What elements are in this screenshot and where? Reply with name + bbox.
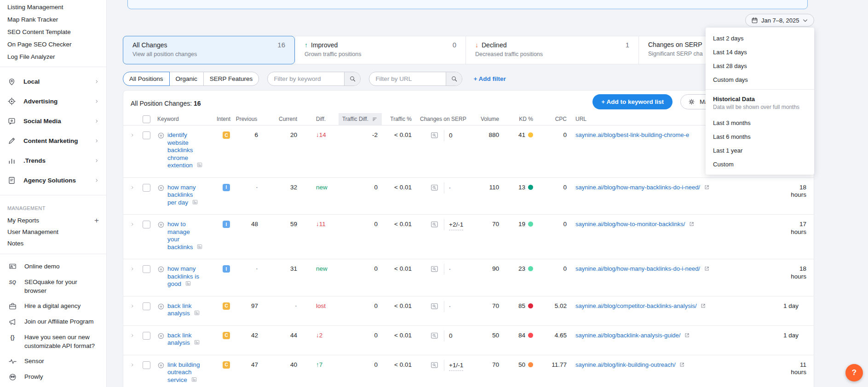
tab-all-positions[interactable]: All Positions <box>123 72 170 86</box>
keyword-link[interactable]: link building outreach service <box>167 361 203 384</box>
serp-preview-icon[interactable] <box>430 184 439 194</box>
serp-snapshot-icon[interactable] <box>191 377 197 382</box>
sidebar-item-prowly[interactable]: Prowly <box>0 369 106 385</box>
sidebar-item-advertising[interactable]: Advertising <box>0 91 106 111</box>
row-checkbox[interactable] <box>143 361 150 369</box>
serp-snapshot-icon[interactable] <box>185 281 191 286</box>
sidebar-item-trends[interactable]: .Trends <box>0 151 106 171</box>
column-diff[interactable]: Diff. <box>297 113 339 125</box>
add-filter-button[interactable]: + Add filter <box>473 75 506 82</box>
row-checkbox[interactable] <box>143 131 150 139</box>
sidebar-item-social-media[interactable]: Social Media <box>0 111 106 131</box>
url-link[interactable]: saynine.ai/blog/how-many-backlinks-do-i-… <box>575 265 709 272</box>
expand-chevron-icon[interactable] <box>131 265 134 272</box>
row-checkbox[interactable] <box>143 302 150 310</box>
column-keyword[interactable]: Keyword <box>157 113 217 125</box>
serp-snapshot-icon[interactable] <box>196 162 203 168</box>
expand-chevron-icon[interactable] <box>131 332 134 338</box>
keyword-link[interactable]: back link analysis <box>167 332 203 347</box>
sidebar-item-content-marketing[interactable]: Content Marketing <box>0 131 106 151</box>
serp-preview-icon[interactable] <box>430 332 439 341</box>
sidebar-item-have-you-seen-our-new-customizable-api-format[interactable]: {}Have you seen our new customizable API… <box>0 330 106 353</box>
column-intent[interactable]: Intent <box>217 113 235 125</box>
dropdown-item-last-1-year[interactable]: Last 1 year <box>706 143 814 157</box>
row-checkbox[interactable] <box>143 184 150 192</box>
serp-preview-icon[interactable] <box>430 221 439 230</box>
serp-snapshot-icon[interactable] <box>194 310 200 316</box>
dropdown-item-last-3-months[interactable]: Last 3 months <box>706 116 814 130</box>
url-link[interactable]: saynine.ai/blog/how-many-backlinks-do-i-… <box>575 184 709 191</box>
expand-chevron-icon[interactable] <box>131 131 134 138</box>
column-volume[interactable]: Volume <box>476 113 503 125</box>
plus-circle-icon[interactable] <box>157 131 165 170</box>
plus-circle-icon[interactable] <box>157 221 165 251</box>
serp-preview-icon[interactable] <box>430 361 439 371</box>
sidebar-item-user-management[interactable]: User Management <box>0 226 106 238</box>
keyword-link[interactable]: back link analysis <box>167 302 203 318</box>
keyword-link[interactable]: how many backlinks is good <box>167 265 203 288</box>
dropdown-item-custom-days[interactable]: Custom days <box>706 73 814 86</box>
serp-preview-icon[interactable] <box>430 131 439 141</box>
plus-circle-icon[interactable] <box>157 184 165 207</box>
sidebar-item-my-reports[interactable]: My Reports+ <box>0 215 106 226</box>
url-link[interactable]: saynine.ai/blog/competitor-backlinks-ana… <box>575 302 706 309</box>
url-link[interactable]: saynine.ai/blog/how-to-monitor-backlinks… <box>575 221 694 228</box>
keyword-filter-input[interactable] <box>268 72 344 85</box>
expand-chevron-icon[interactable] <box>131 184 134 190</box>
dropdown-item-last-2-days[interactable]: Last 2 days <box>706 31 814 45</box>
sidebar-item-seo-content-template[interactable]: SEO Content Template <box>0 27 106 37</box>
summary-card-improved[interactable]: ↑Improved0Grown traffic positions <box>295 36 466 64</box>
serp-snapshot-icon[interactable] <box>192 199 198 205</box>
sidebar-item-local[interactable]: Local <box>0 72 106 91</box>
sidebar-item-join-our-affiliate-program[interactable]: Join our Affiliate Program <box>0 314 106 330</box>
url-filter-input[interactable] <box>369 72 446 85</box>
row-checkbox[interactable] <box>143 221 150 228</box>
tab-organic[interactable]: Organic <box>169 72 204 86</box>
expand-chevron-icon[interactable] <box>131 302 134 309</box>
sidebar-item-on-page-seo-checker[interactable]: On Page SEO Checker <box>0 40 106 50</box>
serp-snapshot-icon[interactable] <box>194 340 200 345</box>
expand-chevron-icon[interactable] <box>131 361 134 368</box>
column-traffic-diff[interactable]: Traffic Diff. <box>339 113 382 125</box>
sidebar-item-seoquake-for-your-browser[interactable]: SQSEOquake for your browser <box>0 274 106 298</box>
column-traffic-pct[interactable]: Traffic % <box>382 113 416 125</box>
plus-circle-icon[interactable] <box>157 265 165 288</box>
sidebar-item-agency-solutions[interactable]: Agency Solutions <box>0 171 106 190</box>
column-previous[interactable]: Previous <box>235 113 258 125</box>
dropdown-item-last-28-days[interactable]: Last 28 days <box>706 59 814 73</box>
serp-preview-icon[interactable] <box>430 302 439 312</box>
serp-preview-icon[interactable] <box>430 265 439 275</box>
plus-circle-icon[interactable] <box>157 332 165 347</box>
column-changes-on-serp[interactable]: Changes on SERP <box>416 113 476 125</box>
expand-chevron-icon[interactable] <box>131 221 134 227</box>
dropdown-item-last-14-days[interactable]: Last 14 days <box>706 45 814 59</box>
row-checkbox[interactable] <box>143 332 150 340</box>
plus-icon[interactable]: + <box>94 216 99 225</box>
sidebar-item-log-file-analyzer[interactable]: Log File Analyzer <box>0 52 106 62</box>
row-checkbox[interactable] <box>143 265 150 273</box>
dropdown-item-custom[interactable]: Custom <box>706 157 814 171</box>
summary-card-all-changes[interactable]: All Changes16View all position changes <box>123 36 295 64</box>
sidebar-item-listing-management[interactable]: Listing Management <box>0 2 106 12</box>
url-search-button[interactable] <box>446 72 462 85</box>
add-to-keyword-list-button[interactable]: + Add to keyword list <box>592 94 673 109</box>
column-current[interactable]: Current <box>258 113 297 125</box>
serp-changes-value[interactable]: +1/-1 <box>449 361 463 371</box>
url-link[interactable]: saynine.ai/blog/best-link-building-chrom… <box>575 131 689 138</box>
keyword-search-button[interactable] <box>344 72 360 85</box>
summary-card-declined[interactable]: ↓Declined1Decreased traffic positions <box>466 36 638 64</box>
plus-circle-icon[interactable] <box>157 302 165 318</box>
sidebar-item-map-rank-tracker[interactable]: Map Rank Tracker <box>0 15 106 25</box>
select-all-checkbox[interactable] <box>143 115 150 123</box>
keyword-link[interactable]: identify website backlinks chrome extent… <box>167 131 203 170</box>
date-range-button[interactable]: Jan 7–8, 2025 <box>745 14 814 27</box>
plus-circle-icon[interactable] <box>157 361 165 384</box>
serp-snapshot-icon[interactable] <box>196 244 203 250</box>
sidebar-item-hire-a-digital-agency[interactable]: Hire a digital agency <box>0 298 106 314</box>
sidebar-item-sensor[interactable]: Sensor <box>0 353 106 369</box>
column-cpc[interactable]: CPC <box>534 113 571 125</box>
serp-changes-value[interactable]: +2/-1 <box>449 221 463 230</box>
url-link[interactable]: saynine.ai/blog/link-building-outreach/ <box>575 361 684 368</box>
tab-serp-features[interactable]: SERP Features <box>203 72 259 86</box>
sidebar-item-notes[interactable]: Notes <box>0 238 106 249</box>
